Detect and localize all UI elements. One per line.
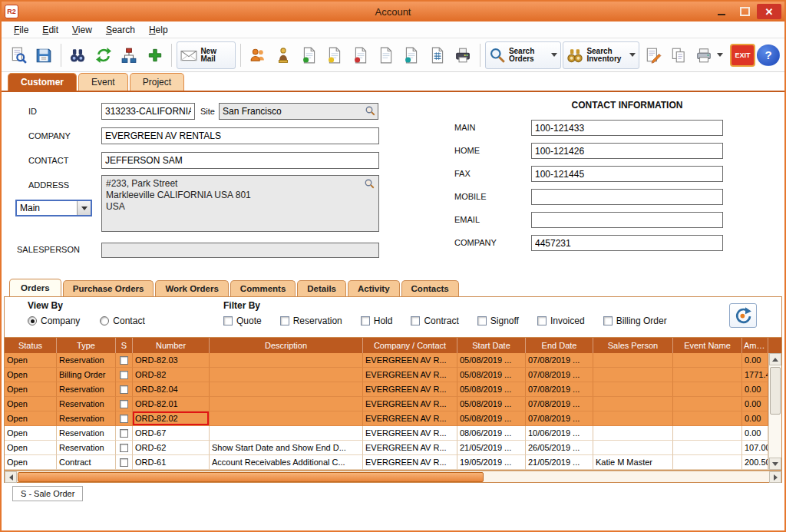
cell-start-date[interactable]: 21/05/2019 ... [457, 441, 526, 455]
cell-amount[interactable]: 0.00 [742, 397, 768, 411]
cell-amount[interactable]: 0.00 [742, 353, 768, 368]
column-header-description[interactable]: Description [210, 338, 363, 353]
filter-signoff[interactable]: Signoff [477, 316, 519, 326]
cell-amount[interactable]: 1771.4 [742, 368, 768, 382]
cell-start-date[interactable]: 19/05/2019 ... [457, 455, 526, 470]
address-textarea[interactable]: #233, Park Street Markleeville CALIFORNI… [101, 175, 379, 232]
column-header-start-date[interactable]: Start Date [457, 338, 526, 353]
minimize-button[interactable] [711, 4, 732, 19]
cell-number[interactable]: ORD-61 [133, 455, 210, 470]
cell-company-contact[interactable]: EVERGREEN AV R... [363, 426, 457, 441]
cell-sales-person[interactable] [593, 353, 673, 368]
id-input[interactable] [101, 103, 195, 120]
quote-document-button[interactable] [297, 41, 321, 69]
filter-quote[interactable]: Quote [223, 316, 262, 326]
save-button[interactable] [31, 41, 55, 69]
find-account-button[interactable] [6, 41, 30, 69]
cell-company-contact[interactable]: EVERGREEN AV R... [363, 441, 457, 455]
cell-sales-person[interactable] [593, 426, 673, 441]
dropdown-caret-icon[interactable] [629, 53, 636, 57]
cell-status[interactable]: Open [5, 426, 57, 441]
cell-sales-person[interactable] [593, 382, 673, 397]
cell-description[interactable]: Account Receivables Additional C... [210, 455, 363, 470]
report-button[interactable] [425, 41, 449, 69]
mobile-input[interactable] [531, 189, 723, 205]
checkbox-icon[interactable] [537, 316, 547, 325]
tab-work-orders[interactable]: Work Orders [155, 280, 228, 296]
filter-hold[interactable]: Hold [361, 316, 393, 326]
column-header-type[interactable]: Type [57, 338, 116, 353]
table-row[interactable]: OpenReservationORD-82.02EVERGREEN AV R..… [5, 411, 768, 426]
cell-sales-person[interactable]: Katie M Master [593, 455, 673, 470]
vertical-scrollbar[interactable] [768, 353, 781, 470]
print-button[interactable] [692, 41, 727, 69]
vertical-scroll-thumb[interactable] [770, 367, 781, 415]
cell-s[interactable] [116, 441, 133, 455]
cell-end-date[interactable]: 21/05/2019 ... [526, 455, 593, 470]
find-button[interactable] [66, 41, 90, 69]
column-header-end-date[interactable]: End Date [526, 338, 593, 353]
cell-number[interactable]: ORD-82.01 [133, 397, 210, 411]
site-lookup-icon[interactable] [365, 105, 376, 117]
cell-description[interactable] [210, 397, 363, 411]
cell-status[interactable]: Open [5, 441, 57, 455]
sale-order-checkbox[interactable] [120, 415, 128, 423]
cell-amount[interactable]: 107.00 [742, 441, 768, 455]
cell-description[interactable] [210, 382, 363, 397]
checkbox-icon[interactable] [280, 316, 289, 325]
cell-start-date[interactable]: 05/08/2019 ... [457, 353, 526, 368]
contract-document-button[interactable] [400, 41, 424, 69]
salesperson-input[interactable] [101, 243, 379, 258]
cell-type[interactable]: Reservation [57, 397, 116, 411]
cell-amount[interactable]: 0.00 [742, 382, 768, 397]
help-button[interactable]: ? [757, 45, 780, 66]
maximize-button[interactable] [734, 4, 755, 19]
table-row[interactable]: OpenReservationORD-82.01EVERGREEN AV R..… [5, 397, 768, 411]
table-row[interactable]: OpenReservationORD-67EVERGREEN AV R...08… [5, 426, 768, 441]
cell-type[interactable]: Contract [57, 455, 116, 470]
site-input[interactable] [219, 103, 378, 120]
cell-s[interactable] [116, 353, 133, 368]
horizontal-scrollbar[interactable] [4, 471, 782, 483]
menu-file[interactable]: File [8, 23, 35, 37]
tab-details[interactable]: Details [297, 280, 346, 296]
tab-project[interactable]: Project [130, 73, 184, 91]
refresh-results-button[interactable] [729, 303, 757, 328]
sale-order-checkbox[interactable] [120, 385, 128, 394]
filter-contract[interactable]: Contract [411, 316, 458, 326]
refresh-button[interactable] [91, 41, 115, 69]
close-button[interactable]: ✕ [757, 4, 781, 19]
menu-help[interactable]: Help [143, 23, 174, 37]
cell-status[interactable]: Open [5, 411, 57, 426]
sale-order-checkbox[interactable] [120, 458, 128, 467]
filter-invoiced[interactable]: Invoiced [537, 316, 585, 326]
cell-event-name[interactable] [673, 397, 742, 411]
cell-type[interactable]: Reservation [57, 382, 116, 397]
sale-order-checkbox[interactable] [120, 356, 128, 365]
cell-type[interactable]: Reservation [57, 411, 116, 426]
table-row[interactable]: OpenReservationORD-82.04EVERGREEN AV R..… [5, 382, 768, 397]
new-mail-button[interactable]: New Mail [177, 41, 236, 69]
column-header-number[interactable]: Number [133, 338, 210, 353]
search-inventory-button[interactable]: Search Inventory [563, 41, 639, 69]
salesperson-award-button[interactable] [272, 41, 296, 69]
cell-company-contact[interactable]: EVERGREEN AV R... [363, 411, 457, 426]
tab-comments[interactable]: Comments [230, 280, 296, 296]
table-row[interactable]: OpenReservationORD-62Show Start Date and… [5, 441, 768, 455]
add-button[interactable] [143, 41, 167, 69]
cell-number[interactable]: ORD-82.04 [133, 382, 210, 397]
cell-end-date[interactable]: 07/08/2019 ... [526, 397, 593, 411]
cell-start-date[interactable]: 08/06/2019 ... [457, 426, 526, 441]
email-input[interactable] [531, 212, 723, 228]
view-by-contact[interactable]: Contact [100, 316, 144, 326]
cell-company-contact[interactable]: EVERGREEN AV R... [363, 397, 457, 411]
cell-sales-person[interactable] [593, 368, 673, 382]
checkbox-icon[interactable] [223, 316, 233, 325]
view-by-company[interactable]: Company [28, 316, 80, 326]
cell-number[interactable]: ORD-62 [133, 441, 210, 455]
cell-sales-person[interactable] [593, 441, 673, 455]
cell-description[interactable] [210, 426, 363, 441]
scroll-down-button[interactable] [769, 458, 781, 470]
cell-number[interactable]: ORD-82.03 [133, 353, 210, 368]
tab-activity[interactable]: Activity [348, 280, 400, 296]
